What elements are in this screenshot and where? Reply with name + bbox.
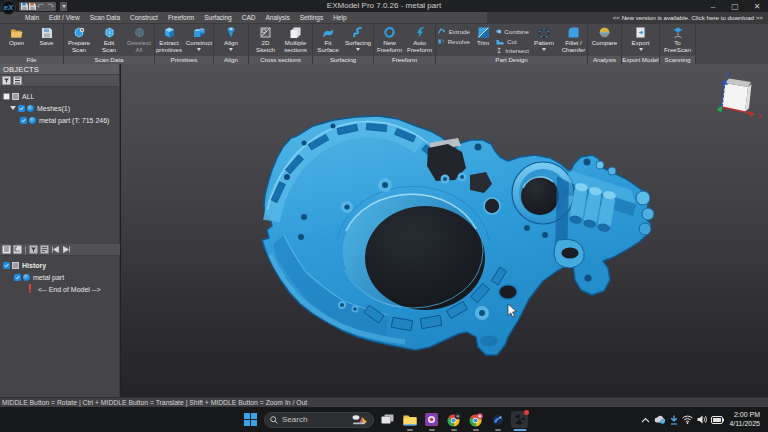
chrome-profile2-button[interactable] — [467, 411, 484, 428]
minimize-button[interactable]: – — [702, 0, 724, 12]
taskbar-search[interactable]: Search — [264, 412, 374, 428]
ribbon-group-align: Align Align — [214, 24, 249, 64]
save-button[interactable]: Save — [32, 26, 62, 46]
ribbon-group-scanning: To FreeScan Scanning — [660, 24, 696, 64]
tree-row-end-of-model[interactable]: ❗ <-- End of Model --> — [0, 283, 120, 295]
meshes-expander-icon[interactable] — [10, 106, 16, 110]
history-settings-icon[interactable] — [40, 245, 49, 254]
revolve-button[interactable]: Revolve — [438, 38, 470, 45]
close-button[interactable]: ✕ — [746, 0, 768, 12]
align-button[interactable]: Align — [216, 26, 246, 51]
tray-expand-icon[interactable] — [641, 417, 650, 423]
game-app-button[interactable] — [489, 411, 506, 428]
menu-scan-data[interactable]: Scan Data — [85, 12, 125, 24]
menu-cad[interactable]: CAD — [237, 12, 261, 24]
end-of-model-marker-icon: ❗ — [25, 285, 35, 293]
tree-row-history[interactable]: History — [0, 259, 120, 271]
fillet-chamfer-label2: Chamfer — [562, 46, 586, 53]
exmodel-app-button[interactable] — [511, 411, 528, 428]
combine-label: Combine — [504, 28, 529, 35]
menu-edit-view[interactable]: Edit / View — [44, 12, 85, 24]
app-logo-icon[interactable]: eX — [1, 0, 16, 15]
history-filter-icon[interactable] — [29, 245, 38, 254]
new-freeform-button[interactable]: New Freeform — [375, 26, 405, 53]
edit-scan-button[interactable]: Edit Scan — [94, 26, 124, 53]
trim-button[interactable]: Trim — [472, 26, 494, 46]
2d-sketch-button[interactable]: 2D Sketch — [251, 26, 281, 53]
download-arrow-icon[interactable] — [670, 415, 678, 425]
tree-row-meshes[interactable]: Meshes(1) — [0, 102, 119, 114]
file-explorer-button[interactable] — [401, 411, 418, 428]
history-metal-part-mesh-icon — [23, 274, 30, 281]
task-view-button[interactable] — [379, 411, 396, 428]
volume-icon[interactable] — [697, 415, 707, 424]
viewport-3d[interactable]: z x — [121, 64, 768, 397]
tree-row-metal-part[interactable]: metal part (T: 715 246) — [0, 114, 119, 126]
pattern-button[interactable]: Pattern — [531, 26, 557, 51]
combine-button[interactable]: Combine — [496, 28, 529, 35]
2d-sketch-icon — [260, 26, 271, 39]
menu-help[interactable]: Help — [328, 12, 351, 24]
group-label-export-model: Export Model — [622, 56, 659, 64]
all-checkbox[interactable] — [3, 93, 10, 100]
update-notification[interactable]: << New version is available. Click here … — [487, 12, 768, 24]
maximize-button[interactable]: ▢ — [724, 0, 746, 12]
wifi-icon[interactable] — [682, 415, 693, 424]
fillet-chamfer-label1: Fillet / — [565, 39, 582, 46]
tree-row-history-metal-part[interactable]: metal part — [0, 271, 120, 283]
deselect-all-button[interactable]: Deselect All — [124, 26, 154, 53]
objects-filter-icon[interactable] — [2, 76, 11, 85]
surfacing-label: Surfacing — [345, 39, 371, 46]
menu-main[interactable]: Main — [20, 12, 44, 24]
step-forward-icon[interactable] — [62, 245, 71, 254]
menu-analysis[interactable]: Analysis — [260, 12, 294, 24]
cut-button[interactable]: Cut — [496, 38, 529, 45]
revolve-label: Revolve — [448, 38, 470, 45]
to-freescan-button[interactable]: To FreeScan — [661, 26, 695, 53]
auto-freeform-button[interactable]: Auto Freeform — [405, 26, 435, 53]
multiple-sections-button[interactable]: Multiple sections — [281, 26, 311, 53]
extract-primitives-button[interactable]: Extract primitives — [154, 26, 184, 53]
prepare-scan-label1: Prepare — [68, 39, 90, 46]
photos-app-button[interactable] — [423, 411, 440, 428]
history-metal-part-label: metal part — [33, 274, 64, 281]
step-back-icon[interactable] — [51, 245, 60, 254]
compare-button[interactable]: Compare — [589, 26, 621, 46]
extrude-button[interactable]: Extrude — [438, 28, 470, 35]
menu-settings[interactable]: Settings — [295, 12, 329, 24]
construct-button[interactable]: Construct — [184, 26, 214, 51]
ribbon-group-cross-sections: 2D Sketch Multiple sections Cross sectio… — [249, 24, 313, 64]
start-button[interactable] — [242, 411, 259, 428]
meshes-checkbox[interactable] — [18, 105, 25, 112]
prepare-scan-button[interactable]: Prepare Scan — [64, 26, 94, 53]
chrome-profile1-button[interactable] — [445, 411, 462, 428]
battery-icon[interactable] — [711, 416, 724, 424]
group-label-freeform: Freeform — [374, 56, 435, 64]
metal-part-checkbox[interactable] — [20, 117, 27, 124]
history-metal-part-checkbox[interactable] — [14, 274, 21, 281]
open-button[interactable]: Open — [2, 26, 32, 46]
fit-surface-button[interactable]: Fit Surface — [313, 26, 343, 53]
menu-surfacing[interactable]: Surfacing — [199, 12, 236, 24]
objects-view-icon[interactable] — [13, 76, 22, 85]
intersect-button[interactable]: Intersect — [496, 47, 529, 54]
fillet-chamfer-button[interactable]: Fillet / Chamfer — [559, 26, 588, 53]
search-label: Search — [282, 415, 348, 424]
tree-row-all[interactable]: ALL — [0, 90, 119, 102]
menu-construct[interactable]: Construct — [125, 12, 163, 24]
history-tree-icon[interactable] — [13, 245, 22, 254]
ribbon-group-surfacing: Fit Surface Surfacing Surfacing — [313, 24, 374, 64]
history-checkbox[interactable] — [3, 262, 10, 269]
menu-freeform[interactable]: Freeform — [163, 12, 199, 24]
onedrive-icon[interactable] — [654, 415, 666, 424]
intersect-label: Intersect — [505, 47, 529, 54]
view-triad[interactable]: z x — [708, 70, 768, 126]
history-list-icon[interactable] — [2, 245, 11, 254]
export-button[interactable]: Export — [624, 26, 658, 51]
metal-part-label: metal part (T: 715 246) — [39, 117, 109, 124]
ribbon-group-primitives: Extract primitives Construct Primitives — [155, 24, 214, 64]
taskbar-clock[interactable]: 2:00 PM 4/11/2025 — [729, 407, 760, 432]
ribbon-group-analysis: Compare Analysis — [588, 24, 622, 64]
surfacing-button[interactable]: Surfacing — [343, 26, 373, 51]
to-freescan-icon — [672, 26, 684, 39]
